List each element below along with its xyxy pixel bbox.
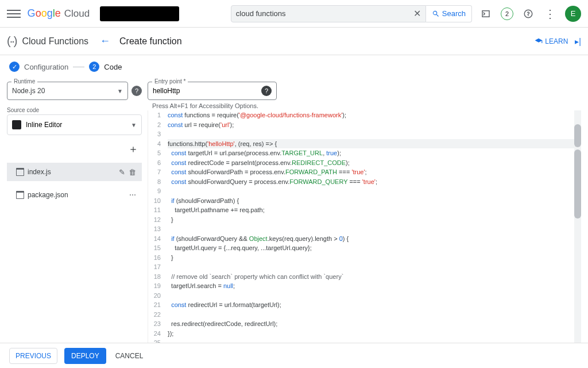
code-line[interactable] [168, 291, 581, 301]
project-selector[interactable] [100, 6, 179, 21]
search-icon [432, 10, 440, 18]
code-line[interactable]: } [168, 215, 581, 225]
more-menu-icon[interactable]: ⋮ [543, 7, 557, 21]
cloud-shell-icon[interactable] [479, 7, 493, 21]
step-number: 2 [89, 62, 99, 72]
code-line[interactable]: if (shouldForwardPath) { [168, 196, 581, 206]
previous-button[interactable]: PREVIOUS [9, 348, 57, 364]
file-label: package.json [28, 191, 68, 199]
step-connector [73, 67, 84, 67]
runtime-label: Runtime [11, 78, 37, 85]
code-editor[interactable]: 1234567891011121314151617181920212223242… [148, 110, 581, 366]
chevron-down-icon: ▼ [131, 122, 137, 128]
code-line[interactable]: targetUrl.search = null; [168, 281, 581, 291]
code-line[interactable]: functions.http('helloHttp', (req, res) =… [168, 139, 581, 149]
add-file-icon[interactable]: ＋ [128, 142, 138, 156]
source-code-value: Inline Editor [26, 121, 62, 129]
code-line[interactable] [168, 262, 581, 272]
runtime-value: Node.js 20 [12, 87, 45, 95]
stepper: ✓ Configuration 2 Code [0, 55, 588, 78]
product-title: Cloud Functions [22, 36, 88, 47]
code-line[interactable]: const targetUrl = url.parse(process.env.… [168, 148, 581, 158]
editor-icon [12, 120, 21, 129]
edit-file-icon[interactable]: ✎ [119, 168, 125, 177]
code-line[interactable]: const redirectUrl = url.format(targetUrl… [168, 300, 581, 310]
step1-label: Configuration [24, 63, 68, 71]
entry-point-input[interactable] [153, 87, 258, 95]
notifications-badge[interactable]: 2 [501, 7, 513, 20]
search-button[interactable]: Search [426, 5, 472, 22]
avatar[interactable]: E [565, 6, 581, 22]
menu-icon[interactable] [7, 7, 21, 21]
page-title: Create function [119, 36, 182, 47]
learn-button[interactable]: LEARN [535, 37, 568, 45]
entry-point-label: Entry point * [152, 78, 188, 85]
search-input[interactable] [236, 9, 413, 18]
file-index-js[interactable]: index.js ✎ 🗑 [7, 163, 142, 181]
step-configuration[interactable]: ✓ Configuration [9, 62, 68, 72]
source-code-label: Source code [7, 107, 142, 113]
back-arrow-icon[interactable]: ← [100, 35, 110, 47]
code-line[interactable]: if (shouldForwardQuery && Object.keys(re… [168, 234, 581, 244]
code-line[interactable]: res.redirect(redirectCode, redirectUrl); [168, 319, 581, 329]
runtime-help-icon[interactable]: ? [131, 86, 142, 96]
code-line[interactable]: const shouldForwardPath = process.env.FO… [168, 167, 581, 177]
code-line[interactable]: const functions = require('@google-cloud… [168, 110, 581, 120]
help-icon[interactable] [521, 7, 535, 21]
collapse-panel-icon[interactable]: ▸| [575, 37, 581, 46]
code-line[interactable]: }); [168, 329, 581, 339]
code-line[interactable]: targetUrl.query = {...req.query, ...targ… [168, 243, 581, 253]
code-line[interactable]: const url = require('url'); [168, 120, 581, 130]
chevron-down-icon: ▼ [117, 88, 123, 94]
google-cloud-logo[interactable]: Google Cloud [28, 7, 90, 20]
code-line[interactable] [168, 186, 581, 196]
file-label: index.js [28, 168, 51, 176]
source-code-select[interactable]: Inline Editor ▼ [7, 114, 142, 135]
code-line[interactable]: const shouldForwardQuery = process.env.F… [168, 177, 581, 187]
step2-label: Code [104, 63, 122, 71]
search-box[interactable]: ✕ [231, 5, 426, 22]
entry-help-icon[interactable]: ? [261, 86, 272, 96]
learn-label: LEARN [545, 37, 568, 45]
code-line[interactable]: // remove old `search` property which ca… [168, 272, 581, 282]
search-button-label: Search [442, 9, 466, 18]
code-line[interactable] [168, 129, 581, 139]
file-package-json[interactable]: package.json ⋯ [7, 186, 142, 204]
cancel-button[interactable]: CANCEL [115, 352, 144, 360]
code-line[interactable]: const redirectCode = parseInt(process.en… [168, 158, 581, 168]
file-more-icon[interactable]: ⋯ [129, 191, 136, 199]
checkmark-icon: ✓ [9, 62, 20, 72]
code-line[interactable] [168, 310, 581, 320]
clear-search-icon[interactable]: ✕ [413, 8, 421, 19]
code-line[interactable] [168, 224, 581, 234]
accessibility-hint: Press Alt+F1 for Accessibility Options. [148, 100, 581, 110]
delete-file-icon[interactable]: 🗑 [129, 168, 136, 177]
editor-scrollbar[interactable] [574, 110, 581, 366]
deploy-button[interactable]: DEPLOY [64, 348, 106, 364]
step-code[interactable]: 2 Code [89, 62, 122, 72]
code-line[interactable]: } [168, 253, 581, 263]
cloud-functions-icon: (··) [7, 34, 16, 48]
code-line[interactable]: targetUrl.pathname += req.path; [168, 205, 581, 215]
learn-icon [535, 37, 543, 45]
